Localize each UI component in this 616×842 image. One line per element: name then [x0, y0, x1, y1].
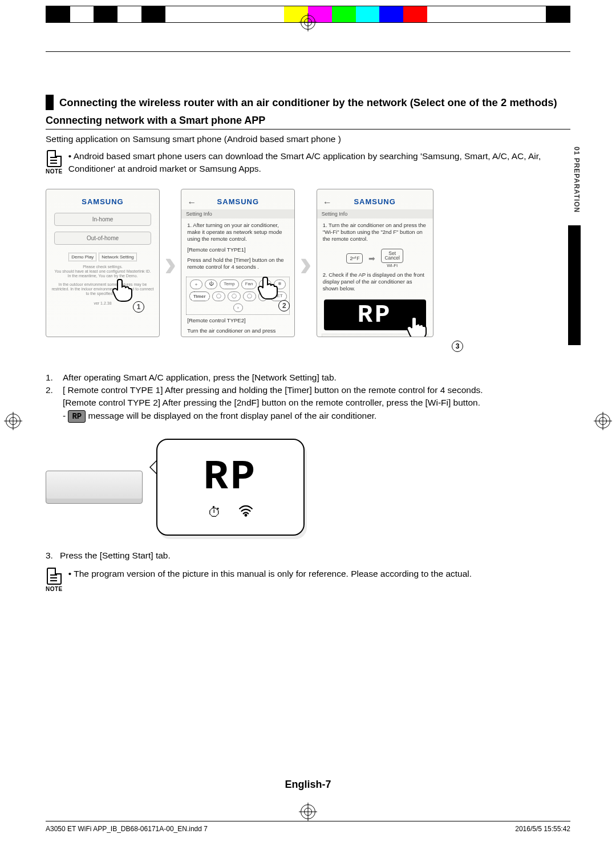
note-icon	[47, 568, 62, 585]
divider	[46, 51, 570, 52]
rc-type1-label: [Remote control TYPE1]	[181, 246, 294, 257]
list-number: 2.	[46, 384, 56, 423]
registration-mark-icon	[6, 414, 21, 428]
instruction-text-2: 2. Check if the AP is displayed on the f…	[317, 270, 433, 296]
rc-type2-text: Turn the air conditioner on and press	[181, 327, 294, 337]
chevron-right-icon: ›	[164, 242, 176, 284]
phone-screenshot-3: ← SAMSUNG Setting Info 1. Turn the air c…	[317, 189, 433, 337]
back-arrow-icon[interactable]: ←	[323, 197, 332, 208]
tiny-text: In the meantime, You can try the Demo.	[46, 274, 159, 278]
pointing-hand-icon	[112, 277, 133, 302]
instruction-1: After operating Smart A/C application, p…	[63, 371, 337, 384]
side-tab-block	[568, 225, 581, 345]
section-title: Connecting the wireless router with an a…	[46, 95, 570, 110]
ap-pill: RP	[68, 410, 86, 423]
screenshots-row: SAMSUNG In-home Out-of-home Demo Play Ne…	[46, 183, 570, 343]
list-number: 3.	[46, 550, 53, 561]
instruction-3-row: 3. Press the [Setting Start] tab.	[46, 550, 570, 561]
phone-screenshot-1: SAMSUNG In-home Out-of-home Demo Play Ne…	[46, 189, 160, 337]
demo-play-button[interactable]: Demo Play	[68, 253, 96, 261]
note-block-2: NOTE The program version of the picture …	[46, 568, 570, 592]
registration-mark-icon	[301, 15, 315, 30]
rc-type2-label: [Remote control TYPE2]	[181, 317, 294, 327]
tiny-text: In the outdoor environment some features…	[46, 282, 159, 297]
step-badge-1: 1	[133, 301, 144, 313]
instruction-2a: [ Remote control TYPE 1] After pressing …	[63, 385, 483, 395]
registration-mark-icon	[595, 414, 610, 428]
registration-mark-icon	[301, 804, 315, 819]
arrow-right-icon: ➡	[368, 254, 375, 263]
setting-line: Setting application on Samsung smart pho…	[46, 134, 570, 144]
rc-type1-text: Press and hold the [Timer] button on the…	[181, 257, 294, 274]
brand-label: SAMSUNG	[181, 189, 294, 209]
in-home-button[interactable]: In-home	[54, 213, 151, 226]
page-content: 01 PREPARATION Connecting the wireless r…	[46, 51, 570, 791]
setting-info-strip: Setting Info	[317, 209, 433, 218]
step-badge-3: 3	[452, 341, 463, 352]
secondf-button: 2ⁿᵈF	[346, 253, 363, 264]
chevron-right-icon: ›	[299, 242, 311, 284]
wifi-icon	[238, 504, 253, 520]
instruction-2-dash: RP message will be displayed on the fron…	[63, 411, 376, 420]
note-label: NOTE	[46, 586, 63, 592]
brand-label: SAMSUNG	[46, 189, 159, 209]
display-panel: RP ⏱	[156, 439, 305, 536]
note-text-2: The program version of the picture in th…	[68, 568, 472, 580]
note-text: Android based smart phone users can down…	[68, 150, 570, 175]
page-number: English-7	[46, 779, 570, 791]
indd-file: A3050 ET WiFi APP_IB_DB68-06171A-00_EN.i…	[46, 825, 208, 833]
step-badge-2: 2	[278, 300, 290, 311]
button-row: 2ⁿᵈF ➡ Set Cancel Wi-Fi	[317, 249, 433, 268]
side-tab-label: 01 PREPARATION	[568, 134, 581, 225]
brand-label: SAMSUNG	[317, 189, 433, 209]
note-icon-col: NOTE	[46, 568, 63, 592]
network-setting-button[interactable]: Network Setting	[99, 253, 136, 261]
set-cancel-button: Set Cancel	[381, 249, 403, 263]
note-block: NOTE Android based smart phone users can…	[46, 150, 570, 175]
instruction-text: 1. After turning on your air conditioner…	[181, 218, 294, 246]
ap-text: RP	[204, 454, 257, 501]
note-icon	[47, 150, 62, 167]
note-icon-col: NOTE	[46, 150, 63, 175]
list-number: 1.	[46, 371, 56, 384]
instruction-3: Press the [Setting Start] tab.	[60, 550, 171, 561]
out-of-home-button[interactable]: Out-of-home	[54, 232, 151, 245]
back-arrow-icon[interactable]: ←	[187, 197, 196, 208]
wifi-label: Wi-Fi	[387, 263, 398, 268]
pointing-hand-icon	[258, 275, 278, 300]
ac-figure: RP ⏱	[46, 433, 570, 541]
instruction-list: 1. After operating Smart A/C application…	[46, 371, 570, 423]
note-label: NOTE	[46, 168, 63, 175]
tiny-text: Please check settings.	[46, 265, 159, 269]
timer-button[interactable]: Timer	[189, 292, 210, 301]
instruction-text: 1. Turn the air conditioner on and press…	[317, 218, 433, 246]
side-tab: 01 PREPARATION	[568, 134, 581, 345]
indd-slug: A3050 ET WiFi APP_IB_DB68-06171A-00_EN.i…	[46, 821, 570, 833]
instruction-2b: [Remote control TYPE 2] After pressing t…	[63, 398, 480, 407]
sub-title: Connecting network with a Smart phone AP…	[46, 115, 570, 129]
phone-screenshot-2: ← SAMSUNG Setting Info 1. After turning …	[181, 189, 295, 337]
indd-timestamp: 2016/5/5 15:55:42	[515, 825, 570, 833]
air-conditioner-icon	[46, 471, 143, 504]
timer-icon: ⏱	[208, 504, 221, 520]
tiny-text: You should have at least one configured …	[46, 269, 159, 274]
pointing-hand-icon	[407, 315, 427, 337]
setting-info-strip: Setting Info	[181, 209, 294, 218]
